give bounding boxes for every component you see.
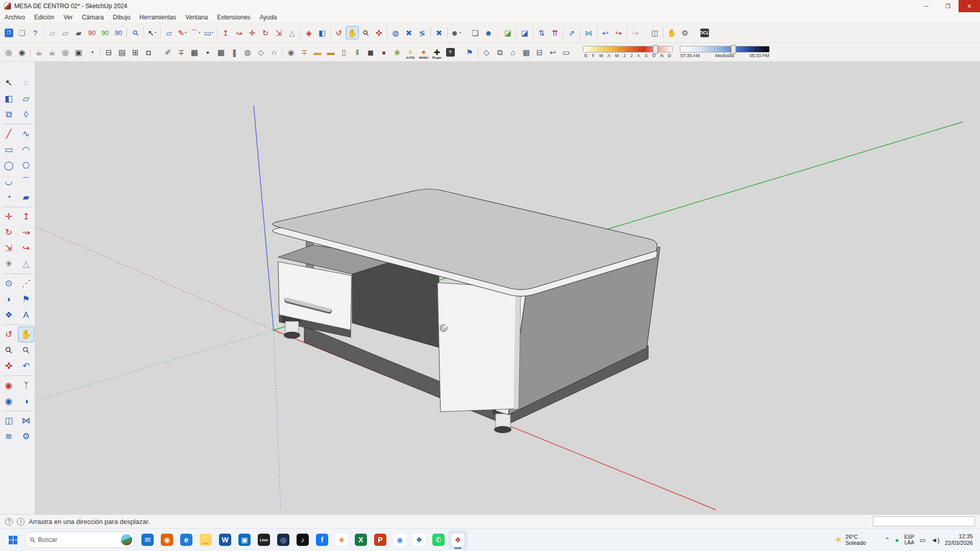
wood-board-component-button[interactable]: ▬ bbox=[324, 45, 337, 59]
select-tool[interactable]: ↖ bbox=[1, 75, 17, 91]
pie-tool[interactable]: ◔ bbox=[1, 189, 17, 205]
tag-tool[interactable]: ◊ bbox=[18, 107, 34, 122]
plugin-add-button[interactable]: ✚Plugin bbox=[430, 45, 444, 59]
settings-button[interactable]: ⚙ bbox=[678, 26, 692, 39]
axes-globe-tool[interactable]: ❖ bbox=[1, 307, 17, 323]
hand-plugin-button[interactable]: ✋ bbox=[665, 26, 678, 39]
taskbar-app-facebook[interactable]: f bbox=[312, 530, 332, 549]
sandbox-from-contours-button[interactable]: ◪ bbox=[501, 26, 514, 39]
ocl-plugin-button[interactable]: OCL bbox=[698, 26, 711, 39]
section-fill-tool[interactable]: ⋈ bbox=[18, 413, 34, 429]
flip-tool-button[interactable]: △ bbox=[285, 26, 299, 39]
flag-plugin-button[interactable]: ⚑ bbox=[463, 45, 476, 59]
paint-bucket-button[interactable]: ◧ bbox=[315, 26, 329, 39]
wood-table-component-button[interactable]: ∓ bbox=[298, 45, 311, 59]
plugin-help-button[interactable]: ? bbox=[444, 45, 457, 59]
polygon-tool[interactable]: ⎔ bbox=[18, 158, 34, 173]
plant-component-button[interactable]: ❀ bbox=[390, 45, 404, 59]
minimize-button[interactable]: ─ bbox=[916, 0, 937, 12]
pan-tool-button[interactable]: ✋ bbox=[346, 26, 359, 39]
wood-sign-component-button[interactable]: ▯ bbox=[337, 45, 351, 59]
socket-component-button[interactable]: ◉ bbox=[284, 45, 298, 59]
solid-outer-shell-button[interactable]: ◇ bbox=[480, 45, 493, 59]
taskbar-app-sketchup-file[interactable]: ❖ bbox=[409, 530, 429, 549]
plane-angle-1-button[interactable]: ▱ bbox=[45, 26, 59, 39]
start-button[interactable] bbox=[4, 531, 21, 548]
taskbar-app-msn[interactable]: ❀ bbox=[332, 530, 351, 549]
walk-tool[interactable]: ᛉ bbox=[18, 378, 34, 393]
roller-component-button[interactable]: ❚ bbox=[228, 45, 241, 59]
info-circle-icon[interactable]: i bbox=[17, 518, 24, 525]
menu-item[interactable]: Dibujo bbox=[108, 12, 135, 22]
taskbar-app-firefox[interactable]: ◉ bbox=[157, 530, 177, 549]
manual-mode-button[interactable]: ✦MANU bbox=[417, 45, 430, 59]
polygon-tool-button[interactable]: ◈ bbox=[302, 26, 315, 39]
hook-component-button[interactable]: ∩ bbox=[267, 45, 281, 59]
taskbar-app-whatsapp[interactable]: ✆ bbox=[429, 530, 448, 549]
flip-tool[interactable]: △ bbox=[18, 256, 34, 272]
lock-button[interactable]: ◘ bbox=[142, 45, 155, 59]
round-corner-button[interactable]: ◎ bbox=[2, 45, 15, 59]
axes-tool[interactable]: ✳ bbox=[1, 256, 17, 272]
display-icon[interactable]: ▭ bbox=[919, 536, 925, 544]
taskbar-app-tiktok[interactable]: ♪ bbox=[293, 530, 312, 549]
date-slider-handle[interactable] bbox=[653, 45, 658, 54]
close-button[interactable]: ✕ bbox=[959, 0, 980, 12]
section-settings-tool[interactable]: ⚙ bbox=[18, 429, 34, 444]
keyboard-shortcuts-button[interactable]: ▤ bbox=[115, 45, 129, 59]
solid-trim-button[interactable]: ⊟ bbox=[533, 45, 546, 59]
tape-measure-tool[interactable]: ⋰ bbox=[18, 276, 34, 291]
two-point-arc-tool[interactable]: ◡ bbox=[1, 173, 17, 189]
paint-bucket-tool[interactable]: ◧ bbox=[1, 91, 17, 107]
solid-subtract-button[interactable]: ▦ bbox=[520, 45, 533, 59]
taskbar-clock[interactable]: 12:35 22/03/2026 bbox=[945, 533, 976, 546]
oven-component-button[interactable]: ▦ bbox=[188, 45, 201, 59]
solid-union-button[interactable]: ⌂ bbox=[506, 45, 520, 59]
bottles-component-button[interactable]: ‖ bbox=[351, 45, 364, 59]
menu-item[interactable]: Ayuda bbox=[255, 12, 282, 22]
flip-edge-button[interactable]: ⋈ bbox=[582, 26, 595, 39]
offset-tool[interactable]: ↪ bbox=[18, 240, 34, 256]
extension-warehouse-button[interactable]: ✖ bbox=[402, 26, 415, 39]
dimension-tool[interactable]: ⊙ bbox=[1, 276, 17, 291]
help-button[interactable]: ? bbox=[29, 26, 42, 39]
rotate-tool[interactable]: ↻ bbox=[1, 224, 17, 240]
taskbar-app-word[interactable]: W bbox=[215, 530, 235, 549]
component-window-button[interactable]: ◫ bbox=[648, 26, 662, 39]
taskbar-app-excel[interactable]: X bbox=[351, 530, 371, 549]
rotated-rectangle-tool[interactable]: ▰ bbox=[18, 189, 34, 205]
look-around-tool[interactable]: ◉ bbox=[1, 393, 17, 409]
bend-plugin-button[interactable]: ↪ bbox=[629, 26, 642, 39]
menu-item[interactable]: Herramientas bbox=[135, 12, 181, 22]
zoom-tool-button[interactable]: ⚲ bbox=[359, 26, 372, 39]
angle-90-blue[interactable]: 90 bbox=[112, 26, 125, 39]
move-tool-button[interactable]: ✛ bbox=[246, 26, 259, 39]
undo-plugin-button[interactable]: ↩ bbox=[599, 26, 612, 39]
menu-item[interactable]: Extensiones bbox=[212, 12, 255, 22]
smoove-up-down-button[interactable]: ⇅ bbox=[535, 26, 548, 39]
menu-item[interactable]: Ventana bbox=[181, 12, 212, 22]
taskbar-weather[interactable]: ☀ 26°C Soleado bbox=[835, 534, 866, 546]
save-button[interactable]: ❐ bbox=[2, 26, 15, 39]
scale-tool[interactable]: ⇲ bbox=[1, 240, 17, 256]
diamond-component-button[interactable]: ◇ bbox=[254, 45, 267, 59]
panel-component-button[interactable]: ▪ bbox=[201, 45, 214, 59]
solid-split-button[interactable]: ↩ bbox=[546, 45, 559, 59]
model-info-button[interactable]: ❏ bbox=[15, 26, 29, 39]
orbit-tool[interactable]: ↺ bbox=[1, 327, 17, 342]
taskbar-app-explorer[interactable]: ▁ bbox=[196, 530, 215, 549]
shadow-time-slider[interactable] bbox=[680, 46, 770, 53]
arc-tool-button[interactable]: ⌒▾ bbox=[189, 26, 202, 39]
box-component-button[interactable]: ◼ bbox=[364, 45, 377, 59]
plane-angle-3-button[interactable]: ▰ bbox=[72, 26, 85, 39]
eraser-tool-button[interactable]: ▱ bbox=[162, 26, 176, 39]
sandbox-from-scratch-button[interactable]: ◪ bbox=[518, 26, 531, 39]
new-file-button[interactable]: ❏ bbox=[469, 26, 482, 39]
plane-angle-2-button[interactable]: ▱ bbox=[59, 26, 72, 39]
window-preset-button[interactable]: ▣ bbox=[72, 45, 85, 59]
stamp-arrow-button[interactable]: ⇗ bbox=[565, 26, 578, 39]
search-highlight-image[interactable] bbox=[121, 534, 132, 545]
line-tool[interactable]: ╱ bbox=[1, 126, 17, 142]
pan-component-button[interactable]: ◍ bbox=[241, 45, 254, 59]
donut-tool-button[interactable]: ◎ bbox=[59, 45, 72, 59]
